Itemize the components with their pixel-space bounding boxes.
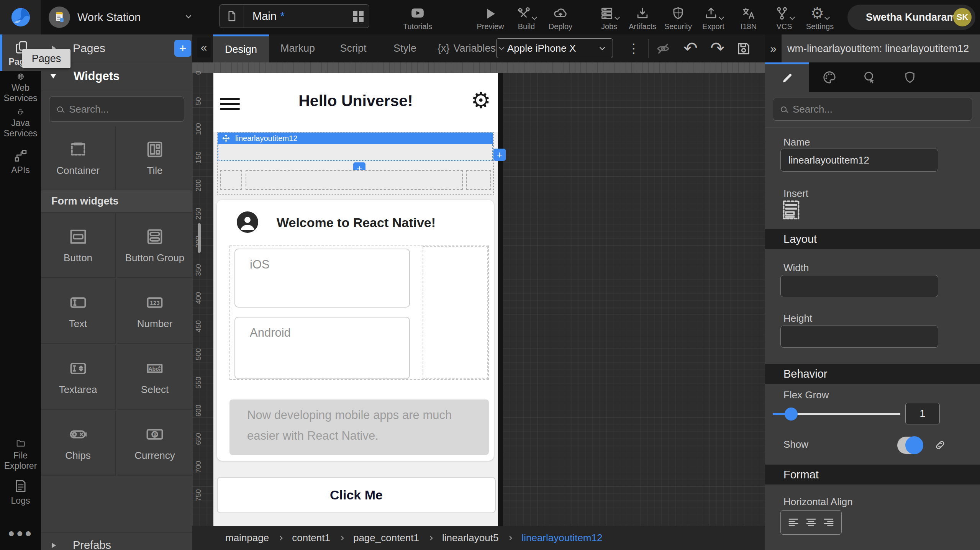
show-toggle[interactable] xyxy=(897,437,923,454)
widget-tile-container[interactable]: Container xyxy=(41,126,116,190)
variables-menu[interactable]: {x} Variables xyxy=(438,34,503,62)
height-input[interactable] xyxy=(780,326,938,348)
tab-design[interactable]: Design xyxy=(213,34,269,62)
collapse-left-panel-button[interactable]: « xyxy=(197,38,211,57)
rail-item-file-explorer[interactable]: File Explorer xyxy=(0,439,41,471)
widget-tile-button[interactable]: Button xyxy=(41,213,116,278)
breadcrumb-item-linearlayout5[interactable]: linearlayout5 xyxy=(442,532,498,544)
behavior-section-header[interactable]: Behavior xyxy=(765,364,980,384)
tab-security[interactable] xyxy=(890,62,930,92)
rail-item-apis[interactable]: APIs xyxy=(0,149,41,175)
bind-link-icon[interactable] xyxy=(934,439,947,452)
save-icon[interactable] xyxy=(736,41,752,57)
properties-search-input[interactable] xyxy=(793,103,957,115)
breadcrumb-separator-icon xyxy=(428,536,433,540)
widget-tile-textarea[interactable]: Textarea xyxy=(41,345,116,410)
selected-linearlayoutitem-region[interactable] xyxy=(218,144,493,161)
tab-style[interactable]: Style xyxy=(380,34,430,62)
device-select[interactable]: Apple iPhone X xyxy=(496,38,613,58)
format-section-header[interactable]: Format xyxy=(765,465,980,485)
search-icon xyxy=(57,106,63,112)
align-left-icon[interactable] xyxy=(787,516,800,529)
right-dashed-column[interactable] xyxy=(423,246,488,379)
widget-search-input[interactable] xyxy=(69,103,172,115)
widget-tile-text[interactable]: Text xyxy=(41,279,116,344)
rail-item-web-services[interactable]: Web Services xyxy=(0,73,41,103)
rail-more-ellipsis[interactable]: ●●● xyxy=(0,527,41,540)
project-chevron-down-icon[interactable] xyxy=(186,13,191,18)
undo-icon[interactable]: ↶ xyxy=(683,38,698,58)
breadcrumb-item-linearlayoutitem12[interactable]: linearlayoutitem12 xyxy=(521,532,602,544)
breadcrumb-separator-icon xyxy=(339,536,344,540)
topbar-action-tutorials[interactable]: Tutorials xyxy=(395,4,441,31)
page-tab-main[interactable]: Main * xyxy=(219,4,369,28)
widget-tile-tile[interactable]: Tile xyxy=(117,126,192,190)
preview-eye-off-icon[interactable] xyxy=(655,41,671,57)
vcs-branch-icon xyxy=(775,6,789,21)
move-handle-icon[interactable] xyxy=(222,134,230,142)
device-chevron-icon xyxy=(600,45,605,50)
widget-search-box[interactable] xyxy=(49,97,184,122)
widget-tile-number[interactable]: 123 Number xyxy=(117,279,192,344)
rail-item-logs[interactable]: Logs xyxy=(0,479,41,509)
breadcrumb-item-content1[interactable]: content1 xyxy=(292,532,330,544)
project-name[interactable]: Work Station xyxy=(77,11,141,24)
layout-section-header[interactable]: Layout xyxy=(765,229,980,249)
breadcrumb-item-page-content1[interactable]: page_content1 xyxy=(353,532,419,544)
placeholder-cell-left[interactable] xyxy=(220,170,242,190)
chips-widget-icon xyxy=(68,424,88,444)
user-menu[interactable]: Swetha Kundaram SK xyxy=(847,5,975,30)
topbar-action-settings[interactable]: ⚙ Settings xyxy=(797,4,843,31)
selection-label-bar[interactable]: linearlayoutitem12 xyxy=(218,133,493,144)
welcome-title: Welcome to React Native! xyxy=(277,215,436,230)
widget-tile-chips[interactable]: Chips xyxy=(41,411,116,476)
add-page-button[interactable]: + xyxy=(174,40,191,57)
name-input[interactable] xyxy=(780,149,938,172)
page-dirty-indicator: * xyxy=(280,10,285,23)
show-label: Show xyxy=(783,439,808,450)
tutorials-icon xyxy=(410,5,425,21)
flex-grow-label: Flex Grow xyxy=(783,389,829,401)
collapse-right-panel-button[interactable]: » xyxy=(765,34,782,62)
placeholder-cell-center[interactable] xyxy=(246,170,463,190)
deploy-icon xyxy=(553,5,568,21)
topbar-action-deploy[interactable]: Deploy xyxy=(538,4,583,31)
wavemaker-logo[interactable] xyxy=(0,0,41,34)
tab-markup[interactable]: Markup xyxy=(269,34,326,62)
align-right-icon[interactable] xyxy=(822,516,835,529)
width-input[interactable] xyxy=(780,275,938,297)
message-box[interactable]: Now developing mobile apps are much easi… xyxy=(229,399,489,455)
widget-tile-button-group[interactable]: Button Group xyxy=(117,213,192,278)
prefabs-section-header[interactable]: Prefabs + xyxy=(41,532,192,550)
placeholder-cell-right[interactable] xyxy=(466,170,491,190)
kebab-menu-icon[interactable]: ⋮ xyxy=(627,39,640,57)
flex-grow-slider-track[interactable] xyxy=(773,413,900,415)
phone-right-edge xyxy=(498,73,503,526)
insert-right-plus-button[interactable]: + xyxy=(493,149,506,161)
click-me-button[interactable]: Click Me xyxy=(217,477,496,513)
tab-events[interactable] xyxy=(849,62,890,92)
breadcrumb-item-mainpage[interactable]: mainpage xyxy=(225,532,269,544)
flex-grow-slider-thumb[interactable] xyxy=(785,408,798,421)
pages-section-title: Pages xyxy=(73,42,105,55)
properties-search-box[interactable] xyxy=(773,98,972,121)
flex-grow-value[interactable]: 1 xyxy=(905,403,940,424)
tab-script[interactable]: Script xyxy=(326,34,380,62)
widget-tile-currency[interactable]: $ Currency xyxy=(117,411,192,476)
message-line2: easier with React Native. xyxy=(247,426,452,446)
mobile-settings-gear-icon[interactable]: ⚙ xyxy=(471,87,491,113)
page-grid-icon[interactable] xyxy=(353,11,364,22)
canvas-vertical-scrollbar[interactable] xyxy=(198,223,201,253)
widget-tile-select[interactable]: Abc Select xyxy=(117,345,192,410)
align-center-icon[interactable] xyxy=(805,516,818,529)
rail-item-java-services[interactable]: Java Services xyxy=(0,108,41,139)
tab-properties[interactable] xyxy=(765,62,809,92)
tab-styles[interactable] xyxy=(809,62,849,92)
breadcrumb-separator-icon xyxy=(508,536,512,540)
insert-linearlayoutitem-icon[interactable] xyxy=(781,199,801,221)
name-label: Name xyxy=(783,136,810,148)
prefabs-collapse-triangle-icon xyxy=(52,543,56,548)
redo-icon[interactable]: ↷ xyxy=(710,38,724,58)
android-box[interactable]: Android xyxy=(234,317,410,379)
ios-box[interactable]: iOS xyxy=(234,249,410,308)
